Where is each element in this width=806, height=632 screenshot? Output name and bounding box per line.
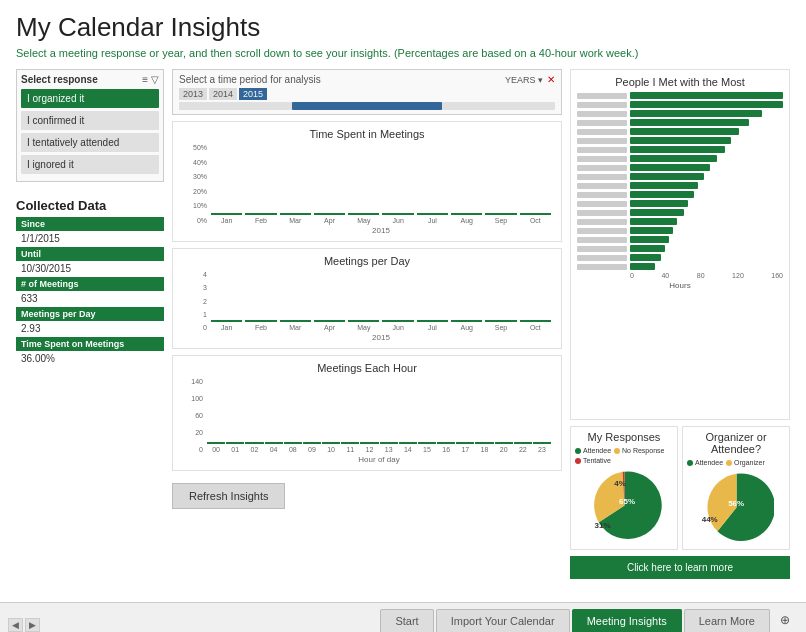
hbar-axis: 0 40 80 120 160 bbox=[577, 272, 783, 279]
meh-xlabel: Hour of day bbox=[203, 455, 555, 464]
response-btn-ignored[interactable]: I ignored it bbox=[21, 155, 159, 174]
until-label: Until bbox=[16, 247, 164, 261]
hbar-19 bbox=[577, 254, 783, 261]
tab-start[interactable]: Start bbox=[380, 609, 433, 632]
since-value: 1/1/2015 bbox=[16, 232, 164, 247]
year-tab-2015[interactable]: 2015 bbox=[239, 88, 267, 100]
time-period-header: Select a time period for analysis YEARS … bbox=[179, 74, 555, 85]
select-response-box: Select response ≡ ▽ I organized it I con… bbox=[16, 69, 164, 182]
meetings-count-value: 633 bbox=[16, 292, 164, 307]
page-subtitle: Select a meeting response or year, and t… bbox=[16, 47, 790, 59]
my-responses-legend: Attendee No Response Tentative bbox=[575, 447, 673, 464]
mpd-y-axis: 4 3 2 1 0 bbox=[179, 271, 207, 331]
year-tab-2014[interactable]: 2014 bbox=[209, 88, 237, 100]
years-button[interactable]: YEARS ▾ bbox=[505, 75, 543, 85]
main-container: My Calendar Insights Select a meeting re… bbox=[0, 0, 806, 590]
time-spent-bar-chart: Jan Feb Mar Apr May Jun Jul Aug Sep Oct bbox=[207, 144, 555, 224]
my-responses-pie: My Responses Attendee No Response Ten bbox=[570, 426, 678, 550]
time-spent-y-axis: 50% 40% 30% 20% 10% 0% bbox=[179, 144, 207, 224]
meetings-per-day-value: 2.93 bbox=[16, 322, 164, 337]
tab-learn-more[interactable]: Learn More bbox=[684, 609, 770, 632]
bar-jan: Jan bbox=[211, 213, 242, 224]
hbar-9 bbox=[577, 164, 783, 171]
page-title: My Calendar Insights bbox=[16, 12, 790, 43]
mpd-bar-chart: Jan Feb Mar Apr May Jun Jul Aug Sep Oct bbox=[207, 271, 555, 331]
time-spent-xlabel: 2015 bbox=[207, 226, 555, 235]
time-spent-chart-area: 50% 40% 30% 20% 10% 0% Jan Feb Mar Apr bbox=[179, 144, 555, 235]
hbar-8 bbox=[577, 155, 783, 162]
legend-organizer: Organizer bbox=[726, 459, 765, 466]
legend-attendee: Attendee bbox=[575, 447, 611, 454]
funnel-icon[interactable]: ▽ bbox=[151, 74, 159, 85]
organizer-attendee-pie: Organizer or Attendee? Attendee Organize… bbox=[682, 426, 790, 550]
nav-right-arrow[interactable]: ▶ bbox=[25, 618, 40, 632]
bar-aug: Aug bbox=[451, 213, 482, 224]
org-legend: Attendee Organizer bbox=[687, 459, 785, 466]
bottom-left-nav: ◀ ▶ bbox=[8, 618, 44, 632]
people-chart-title: People I Met with the Most bbox=[577, 76, 783, 88]
collected-data: Collected Data Since 1/1/2015 Until 10/3… bbox=[16, 198, 164, 367]
timeline-fill bbox=[292, 102, 442, 110]
time-spent-value: 36.00% bbox=[16, 352, 164, 367]
hbar-5 bbox=[577, 128, 783, 135]
response-btn-organized[interactable]: I organized it bbox=[21, 89, 159, 108]
tab-import-calendar[interactable]: Import Your Calendar bbox=[436, 609, 570, 632]
meetings-per-day-title: Meetings per Day bbox=[179, 255, 555, 267]
year-tabs: 2013 2014 2015 bbox=[179, 88, 555, 100]
hbar-14 bbox=[577, 209, 783, 216]
tab-meeting-insights[interactable]: Meeting Insights bbox=[572, 609, 682, 632]
hbar-2 bbox=[577, 101, 783, 108]
tab-add-button[interactable]: ⊕ bbox=[772, 608, 798, 632]
meh-bars: 00 01 02 04 08 09 10 11 12 13 14 15 bbox=[203, 378, 555, 464]
filter-icon[interactable]: ≡ bbox=[142, 74, 148, 85]
meh-bar-chart: 00 01 02 04 08 09 10 11 12 13 14 15 bbox=[203, 378, 555, 453]
meetings-per-day-chart: Meetings per Day 4 3 2 1 0 Jan Feb Mar bbox=[172, 248, 562, 349]
nav-left-arrow[interactable]: ◀ bbox=[8, 618, 23, 632]
response-btn-confirmed[interactable]: I confirmed it bbox=[21, 111, 159, 130]
select-response-label: Select response bbox=[21, 74, 98, 85]
refresh-button[interactable]: Refresh Insights bbox=[172, 483, 285, 509]
middle-panel: Select a time period for analysis YEARS … bbox=[172, 69, 562, 579]
my-responses-title: My Responses bbox=[575, 431, 673, 443]
hbar-10 bbox=[577, 173, 783, 180]
hbar-18 bbox=[577, 245, 783, 252]
hbar-16 bbox=[577, 227, 783, 234]
my-responses-pie-chart: 65% 31% 4% bbox=[575, 468, 673, 543]
response-btn-tentative[interactable]: I tentatively attended bbox=[21, 133, 159, 152]
hbar-axis-title: Hours bbox=[577, 281, 783, 290]
year-tab-2013[interactable]: 2013 bbox=[179, 88, 207, 100]
time-period-box: Select a time period for analysis YEARS … bbox=[172, 69, 562, 115]
hbar-13 bbox=[577, 200, 783, 207]
people-section: People I Met with the Most bbox=[570, 69, 790, 420]
collected-data-title: Collected Data bbox=[16, 198, 164, 213]
hbar-15 bbox=[577, 218, 783, 225]
meetings-per-day-label: Meetings per Day bbox=[16, 307, 164, 321]
hbar-1 bbox=[577, 92, 783, 99]
since-label: Since bbox=[16, 217, 164, 231]
bar-apr: Apr bbox=[314, 213, 345, 224]
meetings-each-hour-chart: Meetings Each Hour 140 100 60 20 0 00 01… bbox=[172, 355, 562, 471]
click-learn-button[interactable]: Click here to learn more bbox=[570, 556, 790, 579]
pie-label-56: 56% bbox=[728, 499, 744, 508]
hbar-6 bbox=[577, 137, 783, 144]
meh-chart-area: 140 100 60 20 0 00 01 02 04 08 09 bbox=[179, 378, 555, 464]
bar-sep: Sep bbox=[485, 213, 516, 224]
bottom-tabs: ◀ ▶ Start Import Your Calendar Meeting I… bbox=[0, 602, 806, 632]
meetings-hour-title: Meetings Each Hour bbox=[179, 362, 555, 374]
mpd-bars: Jan Feb Mar Apr May Jun Jul Aug Sep Oct … bbox=[207, 271, 555, 342]
pie-label-4: 4% bbox=[614, 479, 626, 488]
mpd-xlabel: 2015 bbox=[207, 333, 555, 342]
hbar-3 bbox=[577, 110, 783, 117]
bar-mar: Mar bbox=[280, 213, 311, 224]
pie-label-31: 31% bbox=[595, 521, 611, 530]
legend-tentative: Tentative bbox=[575, 457, 611, 464]
meetings-count-label: # of Meetings bbox=[16, 277, 164, 291]
hbar-4 bbox=[577, 119, 783, 126]
hbar-7 bbox=[577, 146, 783, 153]
pie-label-44: 44% bbox=[702, 515, 718, 524]
hbar-17 bbox=[577, 236, 783, 243]
org-svg bbox=[699, 470, 774, 545]
header-icons: ≡ ▽ bbox=[142, 74, 159, 85]
time-spent-chart: Time Spent in Meetings 50% 40% 30% 20% 1… bbox=[172, 121, 562, 242]
close-icon[interactable]: ✕ bbox=[547, 74, 555, 85]
